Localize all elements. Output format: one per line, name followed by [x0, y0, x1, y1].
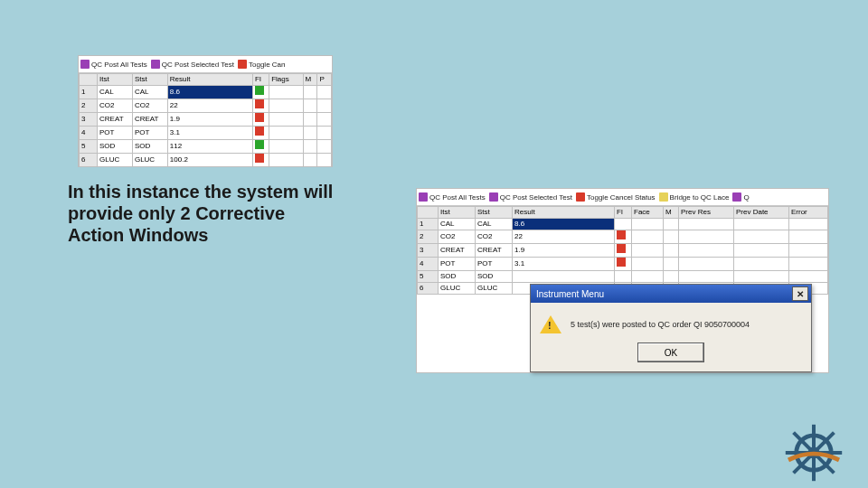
col-header[interactable]	[80, 74, 98, 86]
col-header[interactable]: Fl	[615, 207, 632, 219]
flag-icon	[255, 99, 264, 108]
dialog-message: 5 test(s) were posted to QC order QI 905…	[571, 320, 750, 329]
toolbar-item-3[interactable]: Bridge to QC Lace	[659, 192, 730, 202]
close-button[interactable]: ✕	[792, 286, 808, 301]
flag-icon	[617, 230, 626, 239]
col-header[interactable]: Fl	[253, 74, 269, 86]
flag-icon	[255, 154, 264, 163]
col-header[interactable]: M	[303, 74, 317, 86]
toolbar-label: Bridge to QC Lace	[670, 193, 730, 202]
table-row[interactable]: 6GLUCGLUC100.2	[80, 154, 332, 167]
toolbar-label: QC Post All Tests	[429, 193, 486, 202]
instrument-menu-dialog: Instrument Menu ✕ 5 test(s) were posted …	[530, 284, 812, 372]
col-header[interactable]: Face	[632, 207, 664, 219]
qc-post-all-icon	[80, 60, 90, 69]
toolbar-item-0[interactable]: QC Post All Tests	[80, 60, 147, 69]
col-header[interactable]: Itst	[98, 74, 133, 86]
toolbar-label: Toggle Cancel Status	[587, 193, 656, 202]
col-header[interactable]: Prev Date	[734, 207, 789, 219]
toolbar-label: QC Post Selected Test	[500, 193, 572, 202]
table-row[interactable]: 2CO2CO222	[418, 230, 828, 244]
toggle-cancel-icon	[238, 60, 247, 69]
table-row[interactable]: 2CO2CO222	[80, 99, 332, 113]
toolbar-item-4[interactable]: Q	[732, 192, 749, 202]
toolbar-label: Q	[743, 193, 749, 202]
flag-icon	[617, 258, 626, 267]
flag-icon	[255, 113, 264, 122]
flag-icon	[255, 127, 264, 136]
ok-button[interactable]: OK	[637, 343, 704, 362]
toolbar-label: QC Post Selected Test	[162, 61, 234, 69]
flag-icon	[617, 244, 626, 253]
dialog-titlebar: Instrument Menu ✕	[531, 285, 811, 303]
table-row[interactable]: 4POTPOT3.1	[80, 127, 332, 140]
col-header[interactable]: Stst	[476, 207, 513, 219]
table-row[interactable]: 4POTPOT3.1	[418, 258, 828, 271]
qc-post-selected-icon	[489, 192, 498, 202]
toolbar-item-0[interactable]: QC Post All Tests	[419, 192, 486, 202]
table-row[interactable]: 1CALCAL8.6	[418, 219, 828, 230]
footer-logo	[778, 420, 850, 483]
col-header[interactable]: Stst	[132, 74, 167, 86]
table-row[interactable]: 3CREATCREAT1.9	[80, 113, 332, 127]
flag-icon	[255, 86, 264, 95]
toolbar-item-2[interactable]: Toggle Cancel Status	[576, 192, 656, 202]
qc-panel-large: QC Post All TestsQC Post Selected TestTo…	[416, 188, 829, 373]
table-row[interactable]: 5SODSOD	[418, 271, 828, 283]
col-header[interactable]: Flags	[269, 74, 303, 86]
toolbar-label: QC Post All Tests	[91, 61, 147, 69]
qc-grid-small[interactable]: ItstStstResultFlFlagsMP1CALCAL8.62CO2CO2…	[79, 73, 332, 167]
toolbar-label: Toggle Can	[249, 61, 285, 69]
bridge-qc-icon	[659, 192, 668, 202]
dialog-title: Instrument Menu	[536, 289, 604, 299]
flag-icon	[255, 140, 264, 149]
table-row[interactable]: 1CALCAL8.6	[80, 86, 332, 99]
col-header[interactable]: Prev Res	[679, 207, 734, 219]
col-header[interactable]: P	[317, 74, 332, 86]
qc-toolbar-large: QC Post All TestsQC Post Selected TestTo…	[417, 189, 828, 206]
toolbar-item-2[interactable]: Toggle Can	[238, 60, 285, 69]
qc-post-selected-icon	[151, 60, 160, 69]
toolbar-item-1[interactable]: QC Post Selected Test	[151, 60, 234, 69]
col-header[interactable]	[418, 207, 439, 219]
toolbar-item-1[interactable]: QC Post Selected Test	[489, 192, 572, 202]
table-row[interactable]: 3CREATCREAT1.9	[418, 244, 828, 258]
qc-post-all-icon	[419, 192, 428, 202]
col-header[interactable]: Result	[167, 74, 252, 86]
qc-panel-small: QC Post All TestsQC Post Selected TestTo…	[78, 55, 333, 167]
col-header[interactable]: M	[664, 207, 679, 219]
slide-note: In this instance the system will provide…	[68, 181, 339, 246]
col-header[interactable]: Error	[789, 207, 828, 219]
qc-toolbar-small: QC Post All TestsQC Post Selected TestTo…	[79, 56, 332, 73]
table-row[interactable]: 5SODSOD112	[80, 140, 332, 154]
col-header[interactable]: Result	[513, 207, 615, 219]
toggle-cancel-icon	[576, 192, 585, 202]
qc-extra-icon	[732, 192, 741, 202]
warning-icon	[540, 315, 561, 333]
col-header[interactable]: Itst	[439, 207, 476, 219]
qc-grid-large[interactable]: ItstStstResultFlFaceMPrev ResPrev DateEr…	[417, 206, 828, 295]
